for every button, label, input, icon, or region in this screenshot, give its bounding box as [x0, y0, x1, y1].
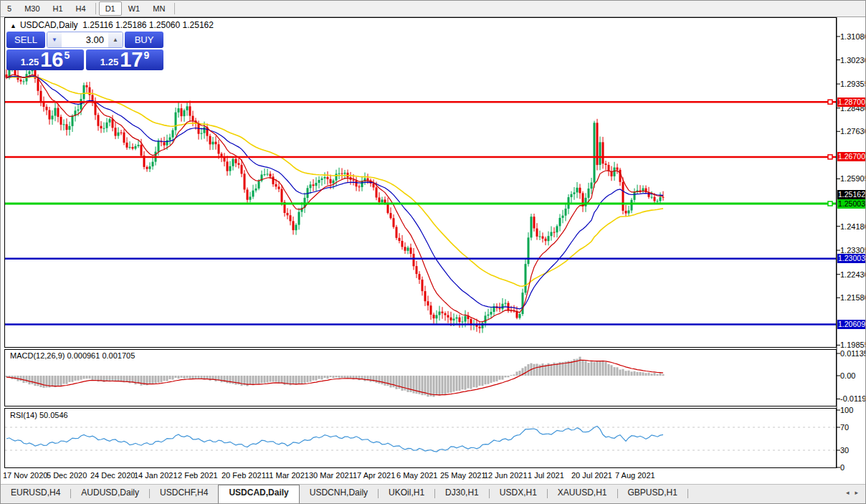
macd-label: MACD(12,26,9) 0.000961 0.001705 [10, 351, 135, 360]
tab-separator [687, 489, 688, 498]
sell-price-prefix: 1.25 [21, 57, 39, 67]
macd-tick-label: -0.01190 [840, 394, 866, 403]
date-tick-label: 20 Feb 2021 [222, 471, 266, 480]
tab-ukoil[interactable]: UKOil,H1 [379, 485, 434, 500]
price-badge-1.28700: 1.28700 [837, 98, 866, 107]
buy-price-button[interactable]: 1.25 17 9 [86, 49, 163, 70]
timeframe-button-w1[interactable]: W1 [122, 1, 147, 16]
date-tick-label: 20 Jul 2021 [571, 471, 612, 480]
rsi-tick-label: 30 [840, 446, 866, 455]
rsi-panel-border [5, 409, 837, 468]
tab-xauusd[interactable]: XAUUSD,H1 [548, 485, 617, 500]
tab-eurusd[interactable]: EURUSD,H4 [1, 485, 70, 500]
price-tick-label: 1.19855 [840, 341, 866, 349]
timeframe-button-d1[interactable]: D1 [99, 1, 122, 16]
volume-input[interactable]: 3.00 [62, 32, 108, 47]
mt4-window: 5M30H1H4D1W1MN ▲USDCAD,Daily 1.25116 1.2… [0, 0, 866, 504]
price-tick-label: 1.25905 [840, 174, 866, 183]
tab-usdx[interactable]: USDX,H1 [490, 485, 547, 500]
chart-ohlc-values: 1.25116 1.25186 1.25060 1.25162 [82, 20, 214, 30]
hline-handle[interactable] [828, 155, 832, 159]
hline-handle[interactable] [828, 100, 832, 104]
macd-tick-label: 0.00 [840, 371, 866, 380]
buy-button[interactable]: BUY [125, 32, 163, 48]
macd-tick-label: 0.01135 [840, 349, 866, 358]
price-badge-1.20609: 1.20609 [837, 320, 866, 329]
date-tick-label: 12 Jun 2021 [484, 471, 528, 480]
tab-gbpusd[interactable]: GBPUSD,H1 [618, 485, 687, 500]
tab-audusd[interactable]: AUDUSD,Daily [71, 485, 149, 500]
price-tick-label: 1.21580 [840, 293, 866, 302]
buy-price-point: 9 [143, 49, 149, 61]
timeframe-button-h1[interactable]: H1 [47, 1, 70, 16]
price-badge-1.23003: 1.23003 [837, 254, 866, 263]
timeframe-button-m30[interactable]: M30 [18, 1, 46, 16]
chart-symbol-label: USDCAD,Daily [20, 20, 78, 30]
date-tick-label: 30 Mar 2021 [309, 471, 353, 480]
timeframe-toolbar: 5M30H1H4D1W1MN [1, 1, 865, 17]
date-tick-label: 25 May 2021 [440, 471, 486, 480]
tab-usdchf[interactable]: USDCHF,H4 [150, 485, 218, 500]
date-tick-label: 11 Mar 2021 [265, 471, 309, 480]
sell-price-point: 5 [64, 49, 70, 61]
tab-usdcad[interactable]: USDCAD,Daily [218, 485, 299, 503]
price-tick-label: 1.27630 [840, 127, 866, 135]
tabs-scroll-left-icon[interactable]: ◂ [846, 489, 850, 496]
buy-price-pips: 17 [120, 50, 143, 70]
buy-price-prefix: 1.25 [100, 57, 118, 67]
rsi-tick-label: 70 [840, 423, 866, 432]
chart-canvas[interactable] [1, 1, 866, 504]
date-tick-label: 24 Dec 2020 [90, 471, 135, 480]
chart-expand-icon[interactable]: ▲ [10, 22, 16, 29]
rsi-tick-label: 100 [840, 406, 866, 414]
chart-title: ▲USDCAD,Daily 1.25116 1.25186 1.25060 1.… [10, 20, 214, 30]
tab-usdcnh[interactable]: USDCNH,Daily [300, 485, 378, 500]
price-tick-label: 1.31080 [840, 32, 866, 41]
one-click-trading-panel: SELL ▼ 3.00 ▲ BUY 1.25 16 5 1.25 17 9 [6, 32, 163, 70]
volume-spinner: ▼ 3.00 ▲ [47, 32, 123, 48]
volume-decrease-icon[interactable]: ▼ [47, 32, 62, 47]
date-tick-label: 17 Nov 2020 [3, 471, 47, 480]
symbol-tabbar: EURUSD,H4AUDUSD,DailyUSDCHF,H4USDCAD,Dai… [1, 484, 865, 503]
sell-button[interactable]: SELL [6, 32, 45, 48]
price-badge-1.25162: 1.25162 [837, 190, 866, 199]
rsi-tick-label: 0 [840, 463, 866, 472]
hline-handle[interactable] [828, 201, 832, 206]
price-badge-1.25003: 1.25003 [837, 199, 866, 209]
tab-dj30[interactable]: DJ30,H1 [435, 485, 489, 500]
price-badge-1.26700: 1.26700 [837, 152, 866, 161]
date-tick-label: 2 Feb 2021 [178, 471, 218, 480]
date-tick-label: 6 May 2021 [396, 471, 437, 480]
tabs-scroll-right-icon[interactable]: ▸ [855, 489, 858, 496]
toolbar-separator [174, 3, 175, 14]
date-tick-label: 14 Jan 2021 [134, 471, 178, 480]
price-tick-label: 1.30230 [840, 56, 866, 65]
date-tick-label: 7 Aug 2021 [615, 471, 655, 480]
price-tick-label: 1.29355 [840, 80, 866, 88]
date-tick-label: 5 Dec 2020 [47, 471, 87, 480]
price-tick-label: 1.22430 [840, 270, 866, 279]
timeframe-button-mn[interactable]: MN [146, 1, 171, 16]
sell-price-button[interactable]: 1.25 16 5 [6, 49, 84, 70]
rsi-label: RSI(14) 50.0546 [10, 411, 68, 419]
price-tick-label: 1.24180 [840, 222, 866, 231]
timeframe-button-5[interactable]: 5 [1, 1, 18, 16]
toolbar-separator [95, 3, 96, 14]
date-tick-label: 17 Apr 2021 [353, 471, 395, 480]
timeframe-button-h4[interactable]: H4 [70, 1, 92, 16]
volume-increase-icon[interactable]: ▲ [108, 32, 123, 47]
sell-price-pips: 16 [40, 50, 63, 70]
date-tick-label: 1 Jul 2021 [528, 471, 564, 480]
